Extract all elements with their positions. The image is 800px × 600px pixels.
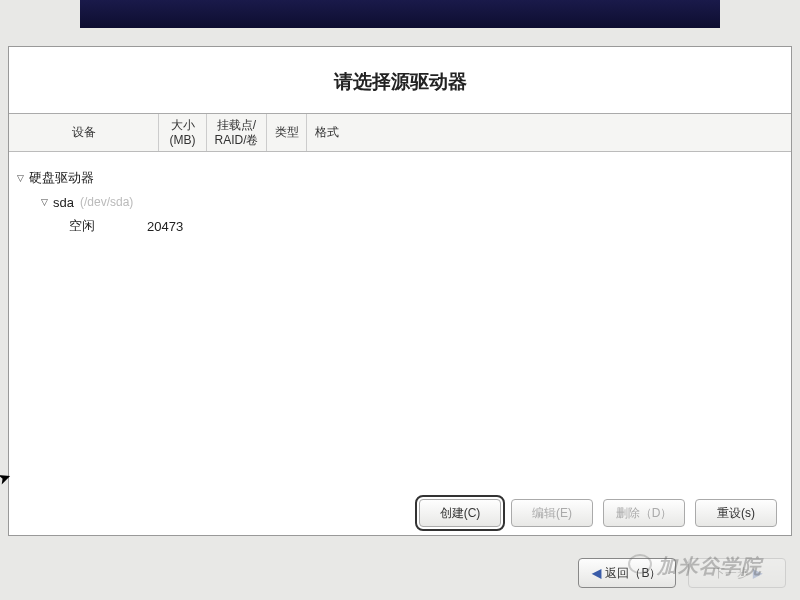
arrow-right-icon: ▶ [753,566,762,580]
create-button[interactable]: 创建(C) [419,499,501,527]
edit-button[interactable]: 编辑(E) [511,499,593,527]
table-header: 设备 大小 (MB) 挂载点/ RAID/卷 类型 格式 [9,114,791,152]
arrow-left-icon: ◀ [592,566,601,580]
col-type[interactable]: 类型 [267,114,307,151]
reset-button[interactable]: 重设(s) [695,499,777,527]
expand-icon[interactable]: ▽ [13,173,27,183]
dialog-title: 请选择源驱动器 [9,47,791,113]
partition-table: 设备 大小 (MB) 挂载点/ RAID/卷 类型 格式 ▽ 硬盘驱动器 [9,113,791,535]
col-device-label: 设备 [72,125,96,139]
col-format[interactable]: 格式 [307,114,347,151]
col-type-label: 类型 [275,125,299,139]
next-button[interactable]: 下一步 ▶ [688,558,786,588]
col-size-label2: (MB) [170,133,196,147]
free-label: 空闲 [69,217,95,235]
disk-label: sda [53,195,74,210]
back-label: 返回（B） [605,565,661,582]
disk-path: (/dev/sda) [80,195,133,209]
root-label: 硬盘驱动器 [29,169,94,187]
top-banner [80,0,720,28]
back-button[interactable]: ◀ 返回（B） [578,558,676,588]
tree-free-row[interactable]: 空闲 20473 [9,214,791,238]
partition-dialog: 请选择源驱动器 设备 大小 (MB) 挂载点/ RAID/卷 类型 格式 ▽ [8,46,792,536]
tree-body: ▽ 硬盘驱动器 ▽ sda (/dev/sda) 空闲 20473 [9,152,791,491]
col-format-label: 格式 [315,125,339,139]
expand-icon[interactable]: ▽ [37,197,51,207]
action-buttons: 创建(C) 编辑(E) 删除（D） 重设(s) [9,491,791,535]
delete-button[interactable]: 删除（D） [603,499,685,527]
nav-buttons: ◀ 返回（B） 下一步 ▶ [578,558,786,588]
tree-root-row[interactable]: ▽ 硬盘驱动器 [9,166,791,190]
tree-disk-row[interactable]: ▽ sda (/dev/sda) [9,190,791,214]
col-device[interactable]: 设备 [9,114,159,151]
col-mount[interactable]: 挂载点/ RAID/卷 [207,114,267,151]
col-size[interactable]: 大小 (MB) [159,114,207,151]
col-mount-label2: RAID/卷 [214,133,258,147]
col-mount-label1: 挂载点/ [217,118,256,132]
col-size-label1: 大小 [171,118,195,132]
next-label: 下一步 [713,565,749,582]
free-size: 20473 [147,219,183,234]
